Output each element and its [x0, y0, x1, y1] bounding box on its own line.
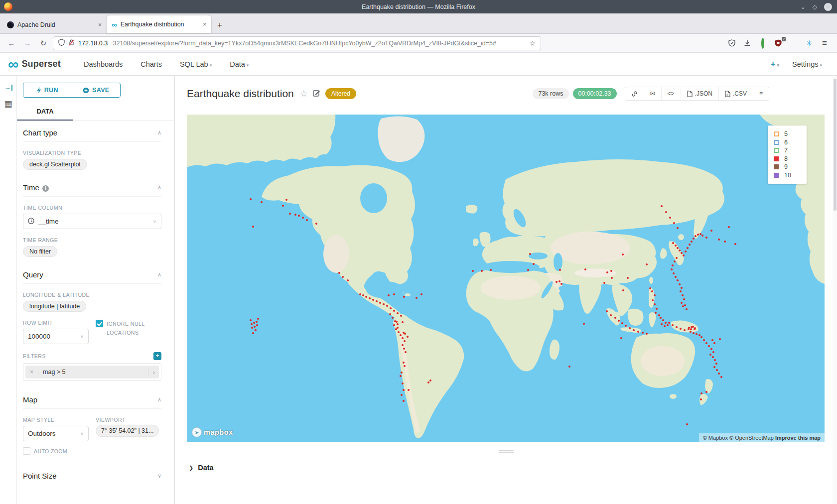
viz-type-label: VISUALIZATION TYPE: [23, 150, 161, 156]
tab-earthquake-distribution[interactable]: ∞ Earthquake distribution ×: [107, 15, 211, 33]
shield-icon[interactable]: [58, 39, 65, 47]
viewport-label: VIEWPORT: [96, 417, 161, 423]
time-range-chip[interactable]: No filter: [23, 246, 57, 257]
forward-icon[interactable]: →: [21, 39, 34, 47]
nav-data[interactable]: Data▾: [230, 60, 249, 68]
email-button[interactable]: ✉: [644, 87, 662, 100]
bookmark-star-icon[interactable]: ☆: [529, 39, 536, 47]
export-json-button[interactable]: .JSON: [681, 87, 719, 100]
map-style-select[interactable]: Outdoors ∨: [23, 426, 89, 441]
map-point: [481, 270, 483, 272]
lonlat-chip[interactable]: longitude | latitude: [23, 301, 86, 312]
map-point: [408, 389, 410, 391]
map-point: [369, 297, 371, 299]
viz-type-chip[interactable]: deck.gl Scatterplot: [23, 159, 87, 170]
more-options-button[interactable]: ≡: [753, 87, 769, 100]
lock-insecure-icon[interactable]: [68, 39, 75, 47]
map-point: [672, 324, 674, 326]
hamburger-menu-icon[interactable]: ≡: [820, 38, 829, 48]
nav-dashboards[interactable]: Dashboards: [84, 60, 123, 68]
download-icon[interactable]: [743, 39, 752, 47]
map-point: [257, 318, 259, 320]
map-point: [690, 331, 692, 333]
chart-title: Earthquake distribution: [187, 88, 294, 100]
section-map[interactable]: Map∧: [23, 388, 161, 409]
back-icon[interactable]: ←: [5, 39, 18, 47]
map-point: [633, 329, 635, 331]
map-point: [405, 351, 407, 353]
ignore-null-checkbox[interactable]: [96, 320, 103, 327]
tab-apache-druid[interactable]: Apache Druid ×: [2, 16, 107, 33]
map-point: [403, 296, 405, 298]
dataset-grid-icon[interactable]: ▦: [0, 99, 16, 109]
section-point-size[interactable]: Point Size∨: [23, 464, 161, 485]
legend-swatch-icon: [774, 173, 779, 178]
section-query[interactable]: Query∧: [23, 263, 161, 284]
map-point: [712, 356, 714, 358]
url-field[interactable]: 172.18.0.3:32108/superset/explore/?form_…: [53, 36, 541, 50]
row-limit-select[interactable]: 100000 ∨: [23, 329, 89, 344]
data-results-label: Data: [198, 464, 213, 472]
auto-zoom-checkbox[interactable]: [23, 447, 30, 455]
time-column-label: TIME COLUMN: [23, 205, 161, 211]
mapbox-logo[interactable]: ➤ mapbox: [192, 427, 233, 437]
embed-code-button[interactable]: <>: [662, 87, 681, 100]
data-results-collapse[interactable]: ❯ Data: [187, 464, 825, 472]
section-chart-type[interactable]: Chart type∧: [23, 121, 161, 142]
copy-link-button[interactable]: [625, 87, 644, 100]
map-point: [669, 217, 671, 219]
map-point: [728, 226, 730, 228]
ublock-shield-icon[interactable]: 2: [774, 39, 783, 47]
superset-brand[interactable]: ∞ Superset: [8, 59, 61, 69]
settings-menu[interactable]: Settings▾: [792, 60, 822, 68]
new-tab-button[interactable]: +: [211, 20, 228, 33]
tab-data[interactable]: DATA: [17, 103, 73, 121]
map-point: [252, 226, 254, 228]
map-attribution[interactable]: © Mapbox © OpenStreetMap Improve this ma…: [699, 433, 825, 442]
chevron-down-icon: ▾: [247, 63, 249, 68]
map-point: [404, 365, 406, 367]
save-button[interactable]: SAVE: [72, 83, 121, 97]
chevron-down-icon: ▾: [210, 63, 212, 68]
reload-icon[interactable]: ↻: [37, 39, 50, 48]
chevron-right-icon[interactable]: ›: [148, 369, 159, 376]
expand-dataset-panel-icon[interactable]: →: [4, 85, 12, 91]
maximize-icon[interactable]: ◇: [813, 4, 817, 10]
nav-charts[interactable]: Charts: [140, 60, 162, 68]
time-column-select[interactable]: __time ∨: [23, 214, 161, 229]
tab-close-icon[interactable]: ×: [98, 21, 102, 28]
panel-resize-handle[interactable]: [499, 450, 514, 453]
run-button[interactable]: RUN: [23, 83, 72, 97]
legend-label: 10: [784, 172, 791, 179]
nav-sql-lab[interactable]: SQL Lab▾: [180, 60, 212, 68]
map-point: [696, 333, 698, 335]
deckgl-map[interactable]: 5678910 ➤ mapbox © Mapbox © OpenStreetMa…: [187, 115, 825, 442]
map-point: [529, 253, 531, 255]
scrollbar-thumb[interactable]: [834, 79, 837, 211]
map-point: [372, 299, 374, 301]
section-time[interactable]: Timei ∧: [23, 176, 161, 197]
map-point: [712, 351, 714, 353]
map-point: [686, 308, 688, 310]
minimize-icon[interactable]: ⌄: [801, 4, 806, 10]
query-duration-badge: 00:00:02.33: [573, 88, 617, 99]
add-filter-button[interactable]: +: [153, 352, 161, 360]
map-point: [398, 331, 400, 333]
filter-chip[interactable]: × mag > 5 ›: [25, 366, 159, 378]
add-new-button[interactable]: +▾: [771, 59, 779, 69]
map-point: [716, 369, 718, 371]
chevron-down-icon: ∨: [80, 334, 84, 339]
pocket-shield-icon[interactable]: [727, 39, 736, 47]
favorite-star-icon[interactable]: ☆: [300, 88, 308, 99]
export-csv-button[interactable]: x .CSV: [719, 87, 753, 100]
tab-close-icon[interactable]: ×: [203, 21, 206, 28]
close-icon[interactable]: ×: [824, 3, 832, 11]
extension-green-icon[interactable]: [758, 39, 767, 47]
edit-properties-icon[interactable]: [313, 89, 320, 98]
remove-filter-icon[interactable]: ×: [25, 369, 38, 376]
map-point: [664, 325, 666, 327]
pinwheel-extension-icon[interactable]: ✳: [805, 39, 814, 48]
viewport-chip[interactable]: 7° 35' 54.02" | 31...: [96, 425, 159, 437]
map-point: [690, 328, 692, 330]
map-point: [700, 392, 702, 394]
